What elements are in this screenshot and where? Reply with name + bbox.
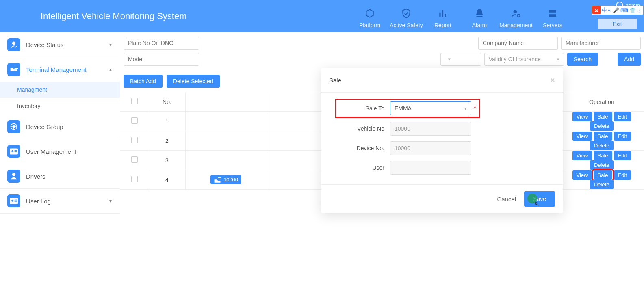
save-button[interactable]: Save	[524, 191, 555, 207]
svg-point-1	[517, 14, 520, 17]
edit-button[interactable]: Edit	[614, 151, 631, 160]
device-no-field: 10000	[390, 141, 471, 155]
sidebar-item-label: Device Group	[26, 123, 63, 130]
delete-button[interactable]: Delete	[590, 121, 614, 131]
sidebar-sub-managment[interactable]: Managment	[0, 82, 120, 98]
modal-title: Sale	[329, 77, 341, 84]
row-checkbox[interactable]	[131, 176, 138, 182]
sidebar-item-user-log[interactable]: User Log ▾	[0, 189, 120, 213]
row-checkbox[interactable]	[131, 156, 138, 163]
sale-to-label: Sale To	[337, 105, 390, 112]
svg-point-15	[11, 200, 13, 202]
app-header: Intelligent Vehicle Monitoring System Pl…	[0, 0, 644, 32]
sale-button[interactable]: Sale	[594, 112, 612, 121]
id-card-icon	[7, 194, 20, 207]
cell-plate	[185, 151, 267, 170]
main-content: Validity Of Insurance Search Add Batch A…	[120, 32, 644, 302]
delete-selected-button[interactable]: Delete Selected	[167, 75, 220, 88]
nav-alarm[interactable]: Alarm	[461, 0, 498, 32]
sidebar-item-user-management[interactable]: User Management	[0, 139, 120, 164]
sidebar-item-device-group[interactable]: Device Group	[0, 114, 120, 139]
sidebar-item-device-status[interactable]: Device Status ▾	[0, 32, 120, 57]
search-button[interactable]: Search	[567, 53, 598, 66]
add-button[interactable]: Add	[618, 53, 641, 66]
cell-operation: ViewSaleEditDelete	[559, 112, 644, 131]
user-gear-icon	[511, 8, 521, 19]
manufacturer-input[interactable]	[561, 37, 641, 50]
svg-rect-2	[549, 10, 556, 12]
sale-to-select[interactable]: EMMA ▾	[390, 101, 471, 115]
close-icon[interactable]: ×	[550, 76, 555, 85]
vehicle-no-label: Vehicle No	[337, 125, 390, 132]
required-marker: *	[474, 105, 476, 112]
view-button[interactable]: View	[572, 170, 592, 180]
edit-button[interactable]: Edit	[614, 112, 631, 121]
cell-no: 3	[149, 151, 185, 170]
insurance-select[interactable]: Validity Of Insurance	[484, 53, 564, 66]
batch-add-button[interactable]: Batch Add	[124, 75, 163, 88]
chevron-down-icon: ▾	[464, 106, 467, 111]
sidebar-item-terminal-management[interactable]: Terminal Management ▴	[0, 57, 120, 82]
nav-label: Servers	[543, 22, 562, 28]
shield-check-icon	[401, 8, 412, 19]
view-button[interactable]: View	[572, 132, 592, 141]
modal-footer: Cancel Save ↖	[321, 184, 563, 213]
sale-button[interactable]: Sale	[594, 151, 612, 160]
sidebar-item-label: Drivers	[26, 173, 46, 180]
nav-platform[interactable]: Platform	[351, 0, 388, 32]
chart-bar-icon	[438, 8, 448, 19]
view-button[interactable]: View	[572, 112, 592, 121]
modal-header: Sale ×	[321, 68, 563, 93]
nav-label: Report	[434, 22, 451, 28]
plate-input[interactable]	[124, 37, 199, 50]
cell-plate	[185, 131, 267, 151]
cell-plate: 10000	[185, 170, 267, 190]
edit-button[interactable]: Edit	[614, 132, 631, 141]
select-all-checkbox[interactable]	[131, 98, 138, 104]
ime-mic-icon: 🎤	[613, 7, 619, 13]
select-placeholder: Validity Of Insurance	[489, 56, 541, 63]
nav-label: Platform	[359, 22, 380, 28]
nav-management[interactable]: Management	[498, 0, 534, 32]
sidebar-item-drivers[interactable]: Drivers	[0, 164, 120, 188]
vehicle-list-icon	[7, 63, 20, 76]
col-plate	[185, 92, 267, 112]
nav-active-safety[interactable]: Active Safety	[388, 0, 425, 32]
chevron-up-icon: ▴	[109, 67, 112, 72]
company-input[interactable]	[478, 37, 558, 50]
svg-point-10	[11, 150, 13, 152]
sidebar-sub-inventory[interactable]: Inventory	[0, 98, 120, 114]
vehicle-tag[interactable]: 10000	[210, 175, 241, 184]
delete-button[interactable]: Delete	[590, 160, 614, 170]
vehicle-no-value: 10000	[395, 125, 410, 132]
ime-toolbar[interactable]: S 中 •, 🎤 ⌨ 👕 ⋮	[592, 6, 643, 15]
driver-icon	[7, 170, 20, 183]
row-checkbox[interactable]	[131, 137, 138, 143]
view-button[interactable]: View	[572, 151, 592, 160]
model-input[interactable]	[124, 53, 199, 66]
svg-point-4	[12, 42, 15, 45]
exit-button[interactable]: Exit	[598, 19, 637, 29]
delete-button[interactable]: Delete	[590, 180, 614, 189]
unknown-select[interactable]	[440, 53, 481, 66]
chevron-down-icon: ▾	[109, 42, 112, 47]
sidebar-item-label: User Management	[26, 148, 76, 155]
cancel-button[interactable]: Cancel	[497, 196, 516, 203]
sidebar-sub-label: Managment	[17, 86, 47, 93]
svg-rect-3	[549, 14, 556, 17]
device-no-value: 10000	[395, 145, 410, 151]
edit-button[interactable]: Edit	[614, 170, 631, 180]
sale-button[interactable]: Sale	[594, 132, 612, 141]
svg-rect-18	[218, 177, 221, 178]
svg-rect-6	[15, 68, 18, 69]
nav-servers[interactable]: Servers	[534, 0, 571, 32]
sale-modal: Sale × Sale To EMMA ▾ * Vehicle No	[321, 68, 563, 213]
svg-rect-5	[15, 67, 18, 67]
alarm-icon	[474, 8, 485, 19]
sale-button[interactable]: Sale	[594, 170, 612, 180]
server-icon	[547, 8, 558, 19]
col-operation: Operation	[559, 92, 644, 112]
delete-button[interactable]: Delete	[590, 141, 614, 150]
row-checkbox[interactable]	[131, 117, 138, 124]
nav-report[interactable]: Report	[425, 0, 461, 32]
